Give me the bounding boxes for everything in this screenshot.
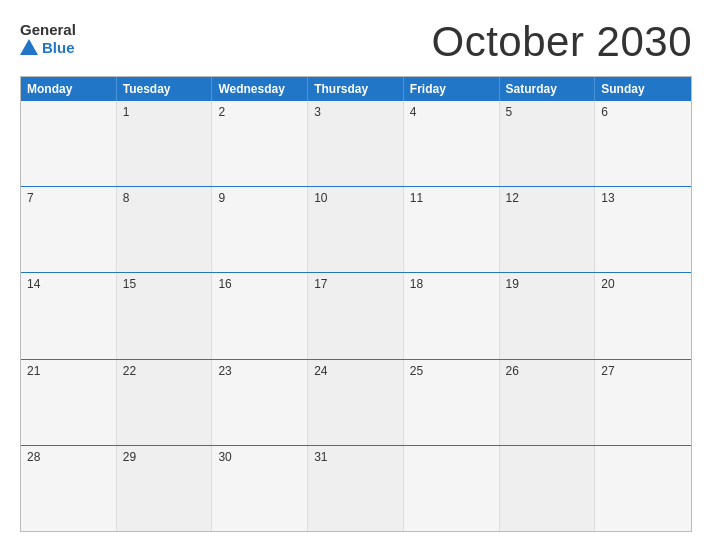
day-number: 7 — [27, 191, 34, 205]
day-number: 14 — [27, 277, 40, 291]
header: General Blue October 2030 — [20, 18, 692, 66]
week-row-2: 78910111213 — [21, 186, 691, 272]
day-cell-0-5: 5 — [500, 101, 596, 186]
day-number: 28 — [27, 450, 40, 464]
day-cell-4-0: 28 — [21, 446, 117, 531]
day-cell-1-3: 10 — [308, 187, 404, 272]
week-row-1: 123456 — [21, 101, 691, 186]
day-cell-4-6 — [595, 446, 691, 531]
day-number: 1 — [123, 105, 130, 119]
day-number: 22 — [123, 364, 136, 378]
day-number: 2 — [218, 105, 225, 119]
day-cell-1-6: 13 — [595, 187, 691, 272]
days-header: Monday Tuesday Wednesday Thursday Friday… — [21, 77, 691, 101]
day-number: 11 — [410, 191, 423, 205]
day-cell-2-5: 19 — [500, 273, 596, 358]
week-row-5: 28293031 — [21, 445, 691, 531]
day-number: 29 — [123, 450, 136, 464]
day-cell-0-4: 4 — [404, 101, 500, 186]
day-cell-3-3: 24 — [308, 360, 404, 445]
day-cell-3-4: 25 — [404, 360, 500, 445]
day-number: 20 — [601, 277, 614, 291]
logo-blue-row: Blue — [20, 39, 75, 56]
header-thursday: Thursday — [308, 77, 404, 101]
day-cell-1-5: 12 — [500, 187, 596, 272]
day-cell-1-1: 8 — [117, 187, 213, 272]
header-saturday: Saturday — [500, 77, 596, 101]
header-friday: Friday — [404, 77, 500, 101]
day-number: 18 — [410, 277, 423, 291]
day-number: 12 — [506, 191, 519, 205]
page-title: October 2030 — [431, 18, 692, 66]
day-number: 30 — [218, 450, 231, 464]
day-number: 17 — [314, 277, 327, 291]
day-cell-0-3: 3 — [308, 101, 404, 186]
logo-blue-text: Blue — [42, 39, 75, 56]
day-number: 19 — [506, 277, 519, 291]
day-cell-3-5: 26 — [500, 360, 596, 445]
day-number: 26 — [506, 364, 519, 378]
header-sunday: Sunday — [595, 77, 691, 101]
day-cell-4-1: 29 — [117, 446, 213, 531]
day-cell-1-2: 9 — [212, 187, 308, 272]
calendar: Monday Tuesday Wednesday Thursday Friday… — [20, 76, 692, 532]
day-number: 23 — [218, 364, 231, 378]
logo-general-text: General — [20, 22, 76, 39]
header-wednesday: Wednesday — [212, 77, 308, 101]
day-cell-1-0: 7 — [21, 187, 117, 272]
day-cell-0-6: 6 — [595, 101, 691, 186]
weeks-container: 1234567891011121314151617181920212223242… — [21, 101, 691, 531]
week-row-4: 21222324252627 — [21, 359, 691, 445]
day-number: 6 — [601, 105, 608, 119]
day-number: 27 — [601, 364, 614, 378]
day-number: 31 — [314, 450, 327, 464]
week-row-3: 14151617181920 — [21, 272, 691, 358]
day-number: 21 — [27, 364, 40, 378]
day-number: 24 — [314, 364, 327, 378]
header-monday: Monday — [21, 77, 117, 101]
day-cell-2-2: 16 — [212, 273, 308, 358]
day-cell-3-0: 21 — [21, 360, 117, 445]
day-cell-0-1: 1 — [117, 101, 213, 186]
day-number: 16 — [218, 277, 231, 291]
day-number: 4 — [410, 105, 417, 119]
logo-triangle-icon — [20, 39, 38, 55]
day-cell-3-1: 22 — [117, 360, 213, 445]
day-number: 8 — [123, 191, 130, 205]
day-cell-2-3: 17 — [308, 273, 404, 358]
day-number: 25 — [410, 364, 423, 378]
day-number: 13 — [601, 191, 614, 205]
calendar-page: General Blue October 2030 Monday Tuesday… — [0, 0, 712, 550]
day-number: 5 — [506, 105, 513, 119]
day-number: 10 — [314, 191, 327, 205]
day-cell-2-6: 20 — [595, 273, 691, 358]
day-number: 3 — [314, 105, 321, 119]
day-number: 15 — [123, 277, 136, 291]
day-cell-4-5 — [500, 446, 596, 531]
day-cell-0-2: 2 — [212, 101, 308, 186]
day-cell-4-2: 30 — [212, 446, 308, 531]
day-cell-2-1: 15 — [117, 273, 213, 358]
day-cell-0-0 — [21, 101, 117, 186]
header-tuesday: Tuesday — [117, 77, 213, 101]
day-cell-3-2: 23 — [212, 360, 308, 445]
day-cell-4-3: 31 — [308, 446, 404, 531]
logo: General Blue — [20, 18, 76, 56]
day-cell-1-4: 11 — [404, 187, 500, 272]
day-cell-2-4: 18 — [404, 273, 500, 358]
day-number: 9 — [218, 191, 225, 205]
day-cell-4-4 — [404, 446, 500, 531]
day-cell-3-6: 27 — [595, 360, 691, 445]
day-cell-2-0: 14 — [21, 273, 117, 358]
